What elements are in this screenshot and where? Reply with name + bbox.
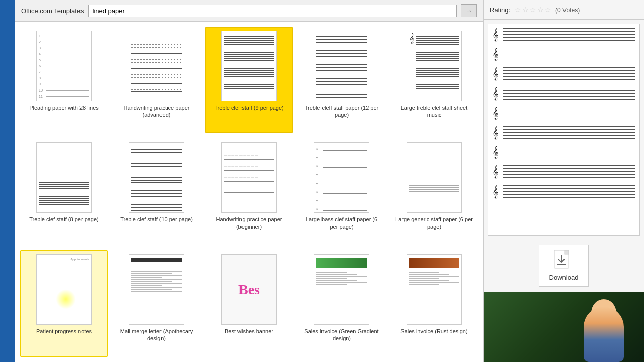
- template-thumb-treble12: [314, 31, 369, 101]
- preview-staff-3: 𝄞: [492, 67, 635, 80]
- template-thumb-bass6: ❜ ❜ ❜ ❜ ❜ ❜ ❜ ❜ ❜ ❜ ❜ ❜: [314, 142, 369, 213]
- template-thumb-treble9: [221, 31, 277, 101]
- stars: ☆ ☆ ☆ ☆ ☆: [515, 6, 551, 14]
- template-thumb-treble10: [129, 142, 184, 213]
- search-bar: Office.com Templates →: [15, 0, 483, 22]
- template-label-generic6: Large generic staff paper (6 per page): [394, 216, 474, 230]
- webcam-background: [484, 292, 644, 362]
- rating-label: Rating:: [490, 6, 510, 14]
- preview-clef-9: 𝄞: [492, 186, 501, 197]
- template-generic6[interactable]: Large generic staff paper (6 per page): [390, 138, 478, 245]
- template-thumb-mail-merge: [129, 254, 184, 325]
- preview-clef-8: 𝄞: [492, 166, 501, 177]
- template-thumb-patient: Appointments: [36, 254, 92, 325]
- votes-text: (0 Votes): [555, 7, 580, 14]
- template-label-pleading28: Pleading paper with 28 lines: [29, 104, 99, 111]
- template-invoice-green[interactable]: Sales invoice (Green Gradient design): [298, 250, 385, 357]
- template-label-treble8: Treble clef staff (8 per page): [29, 216, 99, 223]
- template-treble9[interactable]: Treble clef staff (9 per page): [205, 27, 293, 133]
- preview-staff-6: 𝄞: [492, 126, 635, 139]
- download-section: Download: [484, 240, 644, 292]
- preview-clef-7: 𝄞: [492, 147, 501, 158]
- star-2[interactable]: ☆: [522, 6, 529, 14]
- star-3[interactable]: ☆: [530, 6, 536, 14]
- template-thumb-hw-beginner: — — — — — — — — — — — — — — — — — — — — …: [221, 142, 277, 213]
- template-large-treble[interactable]: 𝄞 Large treble clef staff sh: [390, 27, 478, 133]
- download-button[interactable]: Download: [539, 245, 589, 287]
- rating-section: Rating: ☆ ☆ ☆ ☆ ☆ (0 Votes): [484, 0, 644, 20]
- cursor-highlight: [56, 289, 76, 309]
- preview-area: 𝄞 𝄞: [488, 24, 640, 236]
- preview-clef-1: 𝄞: [492, 29, 501, 40]
- template-label-hw-advanced: Handwriting practice paper (advanced): [117, 104, 196, 119]
- star-4[interactable]: ☆: [537, 6, 544, 14]
- search-input[interactable]: [88, 5, 457, 17]
- template-thumb-hw-advanced: [129, 31, 184, 101]
- template-patient[interactable]: Appointments Patient progress notes: [20, 250, 108, 357]
- template-label-mail-merge: Mail merge letter (Apothecary design): [117, 328, 196, 342]
- right-panel: Rating: ☆ ☆ ☆ ☆ ☆ (0 Votes) 𝄞: [483, 0, 644, 362]
- star-5[interactable]: ☆: [545, 6, 551, 14]
- star-1[interactable]: ☆: [515, 6, 521, 14]
- preview-staff-7: 𝄞: [492, 146, 635, 158]
- preview-staff-5: 𝄞: [492, 107, 635, 119]
- template-mail-merge[interactable]: Mail merge letter (Apothecary design): [113, 250, 200, 357]
- template-treble8[interactable]: Treble clef staff (8 per page): [20, 138, 108, 245]
- template-label-patient: Patient progress notes: [36, 328, 92, 335]
- template-treble10[interactable]: Treble clef staff (10 per page): [113, 138, 200, 245]
- template-grid: 1 2 3 4 5 6 7 8 9 10 11 12 13 14 15 Pl: [15, 22, 483, 362]
- template-thumb-invoice-green: [314, 254, 369, 325]
- preview-staff-9: 𝄞: [492, 185, 635, 198]
- preview-clef-6: 𝄞: [492, 127, 501, 138]
- template-thumb-large-treble: 𝄞: [407, 31, 462, 101]
- template-thumb-generic6: [407, 142, 462, 213]
- preview-clef-5: 𝄞: [492, 108, 501, 119]
- search-label: Office.com Templates: [21, 7, 84, 15]
- template-label-hw-beginner: Handwriting practice paper (beginner): [209, 216, 289, 230]
- main-content: Office.com Templates → 1 2 3 4 5 6 7 8 9…: [15, 0, 483, 362]
- download-icon: [554, 250, 573, 270]
- template-hw-advanced[interactable]: Handwriting practice paper (advanced): [113, 27, 200, 133]
- template-bass6[interactable]: ❜ ❜ ❜ ❜ ❜ ❜ ❜ ❜ ❜ ❜ ❜ ❜ Large bass clef …: [298, 138, 385, 245]
- template-thumb-invoice-rust: [407, 254, 462, 325]
- download-label: Download: [549, 274, 579, 281]
- template-pleading28[interactable]: 1 2 3 4 5 6 7 8 9 10 11 12 13 14 15 Pl: [20, 27, 108, 133]
- template-thumb-banner: Bes: [221, 254, 277, 325]
- webcam-person-body: [584, 307, 624, 362]
- template-label-invoice-rust: Sales invoice (Rust design): [400, 328, 467, 335]
- preview-clef-2: 𝄞: [492, 49, 501, 60]
- template-invoice-rust[interactable]: Sales invoice (Rust design): [390, 250, 478, 357]
- banner-preview-text: Bes: [238, 282, 260, 298]
- preview-staff-1: 𝄞: [492, 28, 635, 41]
- left-tab: [0, 0, 15, 362]
- template-label-treble9: Treble clef staff (9 per page): [214, 104, 284, 111]
- template-treble12[interactable]: Treble cleff staff paper (12 per page): [298, 27, 385, 133]
- preview-staff-2: 𝄞: [492, 48, 635, 60]
- template-label-treble12: Treble cleff staff paper (12 per page): [302, 104, 381, 119]
- template-label-large-treble: Large treble clef staff sheet music: [394, 104, 474, 119]
- webcam-area: [484, 292, 644, 362]
- preview-clef-4: 𝄞: [492, 88, 501, 99]
- preview-clef-3: 𝄞: [492, 68, 501, 79]
- preview-staff-4: 𝄞: [492, 87, 635, 100]
- template-label-invoice-green: Sales invoice (Green Gradient design): [302, 328, 381, 342]
- preview-staff-8: 𝄞: [492, 165, 635, 178]
- template-label-treble10: Treble clef staff (10 per page): [120, 216, 193, 223]
- template-thumb-pleading28: 1 2 3 4 5 6 7 8 9 10 11 12 13 14 15: [36, 31, 92, 101]
- template-banner[interactable]: Bes Best wishes banner: [205, 250, 293, 357]
- template-hw-beginner[interactable]: — — — — — — — — — — — — — — — — — — — — …: [205, 138, 293, 245]
- template-thumb-treble8: [36, 142, 92, 213]
- search-button[interactable]: →: [461, 4, 477, 17]
- template-label-bass6: Large bass clef staff paper (6 per page): [302, 216, 381, 230]
- template-label-banner: Best wishes banner: [225, 328, 273, 335]
